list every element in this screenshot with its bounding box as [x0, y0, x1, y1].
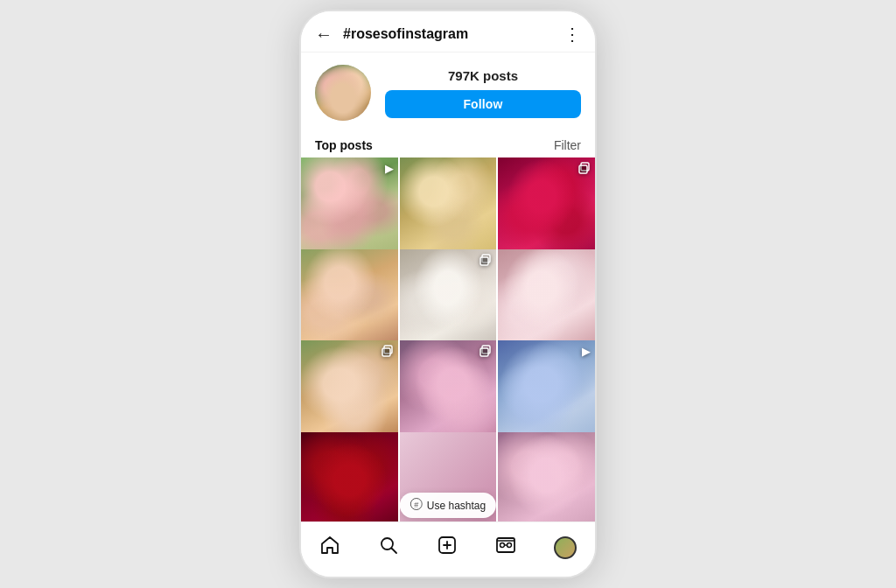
grid-cell-10[interactable] [301, 432, 398, 522]
cell-image-10 [301, 432, 398, 522]
use-hashtag-label: Use hashtag [427, 500, 486, 512]
svg-rect-5 [382, 348, 390, 356]
profile-section: 797K posts Follow [301, 52, 595, 131]
posts-label: posts [483, 68, 518, 83]
back-button[interactable]: ← [315, 24, 332, 45]
cell-image-1 [301, 158, 398, 255]
play-icon: ▶ [385, 162, 394, 175]
multi-icon-5 [480, 254, 492, 269]
cell-image-12 [498, 432, 595, 522]
profile-avatar [554, 536, 577, 559]
grid-cell-6[interactable] [498, 249, 595, 346]
svg-rect-1 [579, 165, 587, 173]
nav-create[interactable] [430, 531, 465, 564]
avatar [315, 65, 371, 121]
cell-image-2 [400, 158, 497, 255]
grid-cell-1[interactable]: ▶ [301, 158, 398, 255]
phone-frame: ← #rosesofinstagram ⋮ 797K posts Follow … [299, 10, 597, 578]
filter-button[interactable]: Filter [554, 138, 581, 152]
multi-icon-3 [578, 162, 591, 177]
multi-icon-8 [480, 345, 492, 360]
nav-reels[interactable] [488, 531, 523, 564]
create-icon [437, 535, 458, 561]
home-icon [319, 535, 340, 561]
cell-image-6 [498, 249, 595, 346]
search-icon [378, 535, 399, 561]
video-icon-9: ▶ [582, 345, 591, 358]
posts-count-number: 797K [448, 68, 480, 83]
grid-cell-3[interactable] [498, 158, 595, 255]
svg-point-16 [500, 543, 504, 548]
photo-grid: ▶ [301, 158, 595, 522]
follow-button[interactable]: Follow [385, 90, 581, 118]
profile-info: 797K posts Follow [385, 68, 581, 118]
top-bar: ← #rosesofinstagram ⋮ [301, 11, 595, 52]
grid-cell-12[interactable] [498, 432, 595, 522]
svg-rect-7 [480, 348, 488, 356]
cell-image-9 [498, 340, 595, 438]
nav-search[interactable] [371, 531, 406, 564]
grid-cell-8[interactable] [400, 340, 497, 438]
grid-cell-7[interactable] [301, 340, 398, 438]
grid-cell-9[interactable]: ▶ [498, 340, 595, 438]
more-options-button[interactable]: ⋮ [564, 24, 581, 45]
avatar-image [315, 65, 371, 121]
multi-icon-7 [382, 345, 394, 360]
nav-profile[interactable] [547, 533, 584, 563]
reels-icon [495, 535, 516, 561]
grid-cell-11-tooltip[interactable]: # Use hashtag [400, 432, 497, 522]
use-hashtag-tooltip[interactable]: # Use hashtag [400, 493, 496, 518]
nav-home[interactable] [312, 531, 347, 564]
page-title: #rosesofinstagram [343, 26, 564, 42]
section-header: Top posts Filter [301, 131, 595, 158]
posts-count: 797K posts [385, 68, 581, 83]
svg-rect-3 [480, 257, 488, 265]
svg-text:#: # [414, 500, 418, 509]
bottom-nav [301, 522, 595, 577]
grid-cell-2[interactable] [400, 158, 497, 255]
hashtag-icon: # [410, 498, 423, 513]
cell-image-4 [301, 249, 398, 346]
top-posts-label: Top posts [315, 138, 373, 152]
grid-cell-4[interactable] [301, 249, 398, 346]
grid-cell-5[interactable] [400, 249, 497, 346]
svg-line-11 [392, 549, 397, 554]
svg-point-17 [507, 543, 511, 548]
